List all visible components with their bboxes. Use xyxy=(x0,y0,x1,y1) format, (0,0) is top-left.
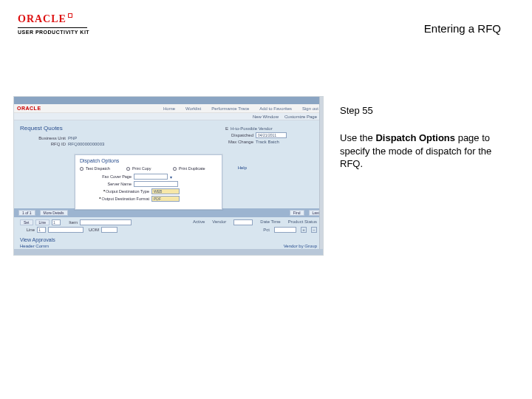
nav-fav[interactable]: Add to Favorites xyxy=(259,106,292,111)
view-approvals[interactable]: View Approvals xyxy=(20,237,317,242)
col-line: Line xyxy=(35,219,50,225)
oracle-logo: ORACLE xyxy=(18,13,89,25)
server-label: Server Name xyxy=(80,182,132,186)
toolbar-count: 1 of 1 xyxy=(18,210,35,216)
bu-label: Business Unit xyxy=(20,136,66,140)
nav-perf[interactable]: Performance Trace xyxy=(211,106,249,111)
brand-block: ORACLE USER PRODUCTIVITY KIT xyxy=(18,13,89,35)
radio-test-dispatch[interactable] xyxy=(80,167,83,171)
sched-line-label: Line xyxy=(20,228,35,232)
rfq-label: RFQ ID xyxy=(20,142,66,146)
toolbar-more[interactable]: More Details xyxy=(40,210,68,216)
radio-print-copy[interactable] xyxy=(126,167,130,171)
dialog-title: Dispatch Options xyxy=(80,158,217,163)
outtype-select[interactable]: WEB xyxy=(151,188,180,194)
nav-signout[interactable]: Sign out xyxy=(302,106,318,111)
fax-input[interactable] xyxy=(134,174,168,180)
page-title: Entering a RFQ xyxy=(424,22,501,35)
rfq-value: RFQ00000000003 xyxy=(68,142,104,146)
instruction-text: Use the Dispatch Options page to specify… xyxy=(340,132,502,171)
outfmt-label: *Output Destination Format xyxy=(80,197,149,201)
toolbar-find[interactable]: Find xyxy=(290,210,304,216)
lookup-icon[interactable]: ▾ xyxy=(170,174,172,180)
crumb-customize[interactable]: Customize Page xyxy=(284,115,317,119)
sched-line-value[interactable]: 1 xyxy=(37,227,46,233)
app-screenshot: ORACLE Home Worklist Performance Trace A… xyxy=(13,96,324,256)
right-fields: EH-to-Possible Vendor Dispatched04/21/20… xyxy=(221,125,320,146)
maxchange-label: Max Change xyxy=(221,140,253,144)
status-bar xyxy=(14,249,323,255)
dispatched-date[interactable]: 04/21/2011 xyxy=(256,132,287,138)
status-label: Active xyxy=(193,219,205,225)
dispatched-label: Dispatched xyxy=(221,133,253,137)
browser-chrome xyxy=(14,97,323,104)
server-input[interactable] xyxy=(134,181,178,187)
vendor-input[interactable] xyxy=(233,219,253,225)
plus-icon[interactable]: + xyxy=(301,227,307,233)
step-label: Step 55 xyxy=(340,105,373,116)
scrollbar[interactable] xyxy=(319,97,324,255)
item-input[interactable] xyxy=(80,219,132,225)
outtype-label: *Output Destination Type xyxy=(80,189,149,194)
crumb-new-window[interactable]: New Window xyxy=(253,115,279,119)
maxchange-value: Track Batch xyxy=(256,140,279,144)
dispatch-options-dialog: Help Dispatch Options Test Dispatch Prin… xyxy=(75,154,222,210)
help-link[interactable]: Help xyxy=(238,166,247,170)
header-comm-link[interactable]: Header Comm xyxy=(20,244,49,248)
crumb-bar: New Window Customize Page xyxy=(14,113,323,120)
datetime-label: Date Time xyxy=(260,219,280,225)
col-set: Set xyxy=(20,219,33,225)
line-value[interactable]: 1 xyxy=(52,219,61,225)
vendor-link[interactable]: Vendor by Group xyxy=(284,244,317,248)
outfmt-select[interactable]: PDF xyxy=(151,196,180,202)
app-header: ORACLE Home Worklist Performance Trace A… xyxy=(14,104,323,113)
oracle-wordmark: ORACLE xyxy=(17,106,41,111)
nav-worklist[interactable]: Worklist xyxy=(185,106,201,111)
minus-icon[interactable]: − xyxy=(311,227,317,233)
radio-print-duplicate[interactable] xyxy=(173,167,177,171)
fax-label: Fax Cover Page xyxy=(80,174,132,179)
nav-home[interactable]: Home xyxy=(163,106,175,111)
product-name: USER PRODUCTIVITY KIT xyxy=(18,30,89,35)
bu-value: PNP xyxy=(68,136,77,140)
header-nav: Home Worklist Performance Trace Add to F… xyxy=(163,106,323,111)
vendor-label: Vendor xyxy=(212,219,226,225)
